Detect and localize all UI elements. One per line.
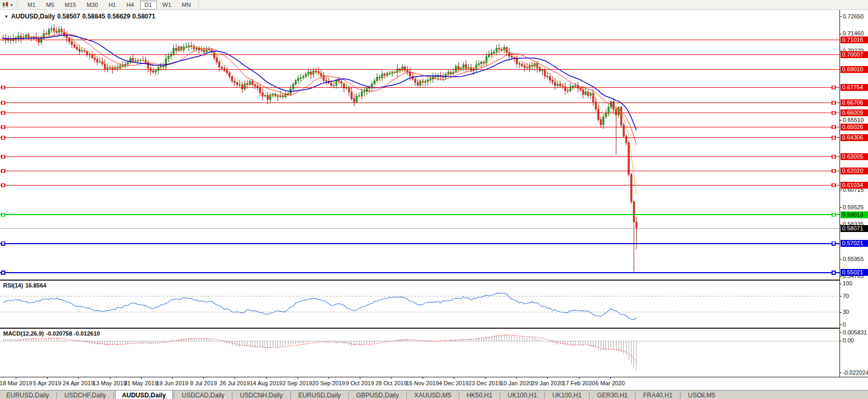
chart-tab-xauusd-m5[interactable]: XAUUSD,M5 (408, 391, 458, 399)
level-price-label-blue[interactable]: 0.57021 (841, 240, 868, 247)
chart-tab-bar: EURUSD,Daily|USDCHF,Daily|AUDUSD,Daily|U… (0, 390, 868, 399)
axis-tick (840, 259, 842, 259)
main-chart-canvas[interactable] (0, 10, 839, 280)
chart-tab-audusd-daily[interactable]: AUDUSD,Daily (115, 391, 173, 399)
chart-tab-usdchf-daily[interactable]: USDCHF,Daily (58, 391, 113, 399)
level-price-label-red[interactable]: 0.66706 (841, 99, 868, 106)
level-price-label-red[interactable]: 0.67754 (841, 84, 868, 91)
timeframe-button-m15[interactable]: M15 (60, 1, 81, 10)
date-label: 10 Jan 2020 (500, 380, 533, 386)
rsi-value: 16.8564 (25, 282, 46, 289)
date-label: 29 Jan 2020 (531, 380, 564, 386)
axis-tick (840, 284, 842, 284)
chart-tab-eurusd-daily[interactable]: EURUSD,Daily (292, 391, 347, 399)
chart-tab-fra40-h1[interactable]: FRA40,H1 (637, 391, 679, 399)
macd-indicator-panel[interactable] (0, 329, 839, 377)
price-tick-label: 0.72650 (843, 13, 864, 20)
chart-menu-triangle-icon[interactable]: ▼ (4, 14, 8, 19)
date-label: 18 Mar 2019 (0, 380, 32, 386)
macd-label: MACD(12,26,9) (3, 330, 44, 337)
axis-tick (840, 324, 842, 325)
ohlc-low: 0.56629 (107, 13, 130, 20)
level-price-label-red[interactable]: 0.71016 (841, 36, 868, 43)
axis-tick (840, 34, 842, 34)
main-price-chart-panel[interactable] (0, 10, 839, 280)
axis-tick (840, 332, 842, 333)
chevron-down-icon: ▾ (11, 3, 13, 7)
candlestick-chart-icon (2, 2, 10, 8)
macd-label-row: MACD(12,26,9)-0.020758 -0.012610 (3, 330, 102, 337)
price-axis[interactable]: 0.726500.714600.702700.655100.607150.595… (840, 10, 868, 377)
ohlc-close: 0.58071 (132, 13, 155, 20)
date-label: 4 Dec 2019 (439, 380, 469, 386)
chart-tab-gbpusd-daily[interactable]: GBPUSD,Daily (350, 391, 405, 399)
price-tick-label: 0.71460 (843, 30, 864, 37)
timeframe-button-m30[interactable]: M30 (82, 1, 102, 10)
date-label: 9 Oct 2019 (346, 380, 374, 386)
chart-tab-usdcnh-daily[interactable]: USDCNH,Daily (234, 391, 289, 399)
chart-title: ▼AUDUSD,Daily0.585070.588450.566290.5807… (4, 13, 157, 20)
rsi-macd-divider[interactable] (0, 328, 868, 329)
level-price-label-red[interactable]: 0.66009 (841, 109, 868, 116)
axis-tick (840, 341, 842, 341)
date-label: 28 Oct 2019 (375, 380, 407, 386)
price-tick-label: 0.65510 (843, 117, 864, 124)
timeframe-button-h1[interactable]: H1 (104, 1, 120, 10)
date-label: 13 May 2019 (93, 380, 127, 386)
ohlc-high: 0.58845 (82, 13, 105, 20)
rsi-tick-label: 70 (843, 293, 849, 300)
level-price-label-red[interactable]: 0.62020 (841, 168, 868, 174)
date-label: 5 Apr 2019 (33, 380, 61, 386)
rsi-label-row: RSI(14)16.8564 (3, 282, 49, 289)
chart-cursor-tool-button[interactable]: ▾ (0, 1, 14, 9)
level-price-label-green[interactable]: 0.59013 (841, 211, 868, 218)
date-label: 23 Dec 2019 (469, 380, 501, 386)
date-label: 6 Mar 2020 (595, 380, 625, 386)
date-label: 19 Jun 2019 (156, 380, 189, 386)
timeframe-button-m5[interactable]: M5 (41, 1, 59, 10)
level-price-label-blue[interactable]: 0.55021 (841, 269, 868, 276)
timeframe-button-w1[interactable]: W1 (158, 1, 176, 10)
chart-tab-hk50-h1[interactable]: HK50,H1 (460, 391, 499, 399)
level-price-label-red[interactable]: 0.70007 (841, 51, 868, 58)
timeframe-button-d1[interactable]: D1 (140, 1, 157, 10)
timeframe-toolbar: ▾ M1M5M15M30H1H4D1W1MN (0, 0, 868, 10)
date-label: 20 Sep 2019 (312, 380, 345, 386)
level-price-label-red[interactable]: 0.61034 (841, 182, 868, 189)
macd-tick-label: 0.00 (843, 337, 854, 344)
timeframe-buttons: M1M5M15M30H1H4D1W1MN (22, 0, 196, 10)
axis-tick (840, 296, 842, 296)
chart-tab-ger30-h1[interactable]: GER30,H1 (591, 391, 634, 399)
level-price-label-red[interactable]: 0.64306 (841, 134, 868, 141)
axis-tick (840, 16, 842, 17)
chart-tab-usdcad-daily[interactable]: USDCAD,Daily (175, 391, 231, 399)
toolbar-grip-handle[interactable] (16, 2, 19, 8)
macd-tick-label: -0.022024 (843, 369, 868, 376)
date-label: 24 Apr 2019 (63, 380, 94, 386)
timeframe-button-m1[interactable]: M1 (23, 1, 40, 10)
timeframe-button-h4[interactable]: H4 (122, 1, 138, 10)
rsi-tick-label: 0 (843, 321, 846, 328)
macd-canvas[interactable] (0, 329, 839, 377)
level-price-label-red[interactable]: 0.63005 (841, 153, 868, 160)
ohlc-open: 0.58507 (57, 13, 80, 20)
chart-tab-eurusd-daily[interactable]: EURUSD,Daily (0, 391, 55, 399)
date-label: 8 Jul 2019 (190, 380, 217, 386)
macd-values: -0.020758 -0.012610 (46, 330, 100, 337)
macd-date-divider (0, 377, 868, 377)
date-label: 31 May 2019 (124, 380, 158, 386)
date-axis[interactable]: 18 Mar 20195 Apr 201924 Apr 201913 May 2… (0, 377, 868, 390)
level-price-label-red[interactable]: 0.69010 (841, 66, 868, 73)
rsi-indicator-panel[interactable] (0, 281, 839, 328)
date-label: 14 Aug 2019 (250, 380, 283, 386)
main-rsi-divider[interactable] (0, 280, 868, 281)
chart-tab-uk100-h1[interactable]: UK100,H1 (501, 391, 543, 399)
price-tick-label: 0.55955 (843, 256, 864, 263)
timeframe-button-mn[interactable]: MN (177, 1, 195, 10)
level-price-label-red[interactable]: 0.65026 (841, 124, 868, 131)
rsi-label: RSI(14) (3, 282, 23, 289)
rsi-canvas[interactable] (0, 281, 839, 328)
chart-tab-uk100-h1[interactable]: UK100,H1 (546, 391, 587, 399)
axis-tick (840, 120, 842, 120)
chart-tab-usoil-m5[interactable]: USOil,M5 (682, 391, 721, 399)
